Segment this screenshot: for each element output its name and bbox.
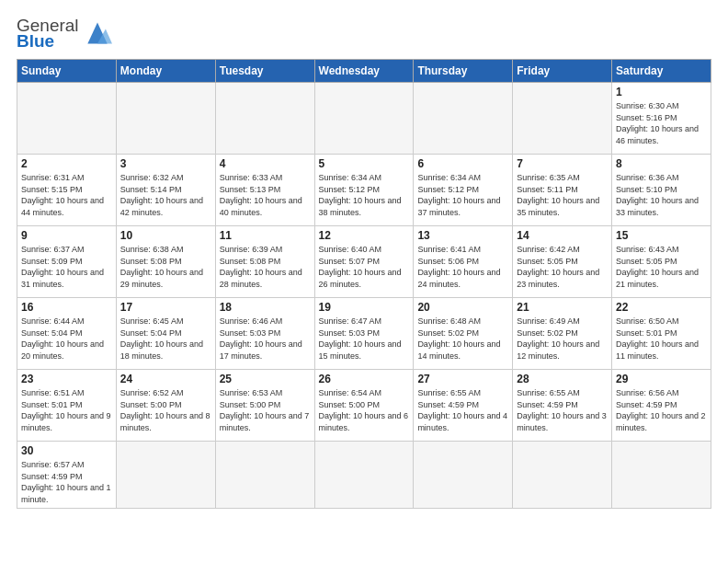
day-cell: 16Sunrise: 6:44 AM Sunset: 5:04 PM Dayli… xyxy=(17,298,117,370)
page: General Blue SundayMondayTuesdayWednesda… xyxy=(0,0,728,563)
day-number: 18 xyxy=(220,301,311,314)
day-number: 5 xyxy=(319,157,410,170)
day-info: Sunrise: 6:54 AM Sunset: 5:00 PM Dayligh… xyxy=(319,387,410,433)
day-info: Sunrise: 6:43 AM Sunset: 5:05 PM Dayligh… xyxy=(616,244,707,290)
day-cell: 12Sunrise: 6:40 AM Sunset: 5:07 PM Dayli… xyxy=(314,226,414,298)
day-cell xyxy=(215,83,314,155)
week-row-4: 16Sunrise: 6:44 AM Sunset: 5:04 PM Dayli… xyxy=(17,298,711,370)
day-number: 12 xyxy=(319,229,410,242)
day-cell xyxy=(414,442,513,509)
day-cell: 21Sunrise: 6:49 AM Sunset: 5:02 PM Dayli… xyxy=(513,298,612,370)
day-number: 1 xyxy=(616,86,707,98)
day-cell: 6Sunrise: 6:34 AM Sunset: 5:12 PM Daylig… xyxy=(414,155,513,226)
week-row-3: 9Sunrise: 6:37 AM Sunset: 5:09 PM Daylig… xyxy=(17,226,711,298)
day-info: Sunrise: 6:48 AM Sunset: 5:02 PM Dayligh… xyxy=(417,316,508,362)
day-number: 21 xyxy=(517,301,608,314)
day-cell: 20Sunrise: 6:48 AM Sunset: 5:02 PM Dayli… xyxy=(414,298,513,370)
logo-blue: Blue xyxy=(17,31,54,51)
logo: General Blue xyxy=(17,17,112,50)
day-number: 26 xyxy=(319,373,410,385)
weekday-tuesday: Tuesday xyxy=(215,60,314,83)
day-info: Sunrise: 6:30 AM Sunset: 5:16 PM Dayligh… xyxy=(616,100,707,146)
day-cell: 15Sunrise: 6:43 AM Sunset: 5:05 PM Dayli… xyxy=(612,226,711,298)
weekday-monday: Monday xyxy=(116,60,215,83)
day-number: 19 xyxy=(319,301,410,314)
day-number: 10 xyxy=(120,229,211,242)
weekday-header-row: SundayMondayTuesdayWednesdayThursdayFrid… xyxy=(17,60,711,83)
day-cell: 4Sunrise: 6:33 AM Sunset: 5:13 PM Daylig… xyxy=(215,155,314,226)
day-info: Sunrise: 6:57 AM Sunset: 4:59 PM Dayligh… xyxy=(21,459,112,505)
day-info: Sunrise: 6:33 AM Sunset: 5:13 PM Dayligh… xyxy=(220,172,311,218)
week-row-6: 30Sunrise: 6:57 AM Sunset: 4:59 PM Dayli… xyxy=(17,442,711,509)
day-info: Sunrise: 6:51 AM Sunset: 5:01 PM Dayligh… xyxy=(21,387,112,433)
day-cell: 30Sunrise: 6:57 AM Sunset: 4:59 PM Dayli… xyxy=(17,442,117,509)
day-cell: 10Sunrise: 6:38 AM Sunset: 5:08 PM Dayli… xyxy=(116,226,215,298)
day-info: Sunrise: 6:34 AM Sunset: 5:12 PM Dayligh… xyxy=(417,172,508,218)
day-cell: 23Sunrise: 6:51 AM Sunset: 5:01 PM Dayli… xyxy=(17,370,117,442)
day-cell: 28Sunrise: 6:55 AM Sunset: 4:59 PM Dayli… xyxy=(513,370,612,442)
day-cell: 22Sunrise: 6:50 AM Sunset: 5:01 PM Dayli… xyxy=(612,298,711,370)
day-number: 22 xyxy=(616,301,707,314)
day-info: Sunrise: 6:32 AM Sunset: 5:14 PM Dayligh… xyxy=(120,172,211,218)
day-cell: 7Sunrise: 6:35 AM Sunset: 5:11 PM Daylig… xyxy=(513,155,612,226)
day-info: Sunrise: 6:39 AM Sunset: 5:08 PM Dayligh… xyxy=(220,244,311,290)
day-info: Sunrise: 6:37 AM Sunset: 5:09 PM Dayligh… xyxy=(21,244,112,290)
day-cell: 29Sunrise: 6:56 AM Sunset: 4:59 PM Dayli… xyxy=(612,370,711,442)
day-info: Sunrise: 6:56 AM Sunset: 4:59 PM Dayligh… xyxy=(616,387,707,433)
day-number: 13 xyxy=(417,229,508,242)
day-number: 16 xyxy=(21,301,112,314)
day-number: 30 xyxy=(21,444,112,457)
day-number: 24 xyxy=(120,373,211,385)
day-cell xyxy=(513,442,612,509)
day-number: 17 xyxy=(120,301,211,314)
day-cell: 27Sunrise: 6:55 AM Sunset: 4:59 PM Dayli… xyxy=(414,370,513,442)
day-info: Sunrise: 6:49 AM Sunset: 5:02 PM Dayligh… xyxy=(517,316,608,362)
day-cell: 25Sunrise: 6:53 AM Sunset: 5:00 PM Dayli… xyxy=(215,370,314,442)
day-cell: 2Sunrise: 6:31 AM Sunset: 5:15 PM Daylig… xyxy=(17,155,117,226)
day-cell: 1Sunrise: 6:30 AM Sunset: 5:16 PM Daylig… xyxy=(612,83,711,155)
day-info: Sunrise: 6:53 AM Sunset: 5:00 PM Dayligh… xyxy=(220,387,311,433)
day-cell: 13Sunrise: 6:41 AM Sunset: 5:06 PM Dayli… xyxy=(414,226,513,298)
day-cell: 26Sunrise: 6:54 AM Sunset: 5:00 PM Dayli… xyxy=(314,370,414,442)
calendar: SundayMondayTuesdayWednesdayThursdayFrid… xyxy=(17,59,711,509)
day-info: Sunrise: 6:31 AM Sunset: 5:15 PM Dayligh… xyxy=(21,172,112,218)
day-info: Sunrise: 6:52 AM Sunset: 5:00 PM Dayligh… xyxy=(120,387,211,433)
day-cell: 17Sunrise: 6:45 AM Sunset: 5:04 PM Dayli… xyxy=(116,298,215,370)
weekday-thursday: Thursday xyxy=(414,60,513,83)
day-cell xyxy=(314,83,414,155)
day-number: 28 xyxy=(517,373,608,385)
day-cell: 14Sunrise: 6:42 AM Sunset: 5:05 PM Dayli… xyxy=(513,226,612,298)
day-info: Sunrise: 6:41 AM Sunset: 5:06 PM Dayligh… xyxy=(417,244,508,290)
day-cell xyxy=(513,83,612,155)
day-number: 4 xyxy=(220,157,311,170)
day-info: Sunrise: 6:44 AM Sunset: 5:04 PM Dayligh… xyxy=(21,316,112,362)
day-number: 14 xyxy=(517,229,608,242)
day-cell: 9Sunrise: 6:37 AM Sunset: 5:09 PM Daylig… xyxy=(17,226,117,298)
day-number: 15 xyxy=(616,229,707,242)
day-number: 20 xyxy=(417,301,508,314)
day-info: Sunrise: 6:50 AM Sunset: 5:01 PM Dayligh… xyxy=(616,316,707,362)
day-number: 7 xyxy=(517,157,608,170)
day-info: Sunrise: 6:36 AM Sunset: 5:10 PM Dayligh… xyxy=(616,172,707,218)
day-info: Sunrise: 6:34 AM Sunset: 5:12 PM Dayligh… xyxy=(319,172,410,218)
day-cell xyxy=(116,83,215,155)
day-cell xyxy=(414,83,513,155)
day-info: Sunrise: 6:35 AM Sunset: 5:11 PM Dayligh… xyxy=(517,172,608,218)
day-cell xyxy=(612,442,711,509)
day-info: Sunrise: 6:45 AM Sunset: 5:04 PM Dayligh… xyxy=(120,316,211,362)
day-cell xyxy=(215,442,314,509)
day-info: Sunrise: 6:42 AM Sunset: 5:05 PM Dayligh… xyxy=(517,244,608,290)
day-number: 25 xyxy=(220,373,311,385)
day-cell: 18Sunrise: 6:46 AM Sunset: 5:03 PM Dayli… xyxy=(215,298,314,370)
day-number: 2 xyxy=(21,157,112,170)
day-number: 8 xyxy=(616,157,707,170)
day-number: 6 xyxy=(417,157,508,170)
day-cell: 11Sunrise: 6:39 AM Sunset: 5:08 PM Dayli… xyxy=(215,226,314,298)
weekday-saturday: Saturday xyxy=(612,60,711,83)
week-row-5: 23Sunrise: 6:51 AM Sunset: 5:01 PM Dayli… xyxy=(17,370,711,442)
day-cell xyxy=(116,442,215,509)
day-cell xyxy=(314,442,414,509)
day-number: 27 xyxy=(417,373,508,385)
day-number: 29 xyxy=(616,373,707,385)
day-number: 3 xyxy=(120,157,211,170)
